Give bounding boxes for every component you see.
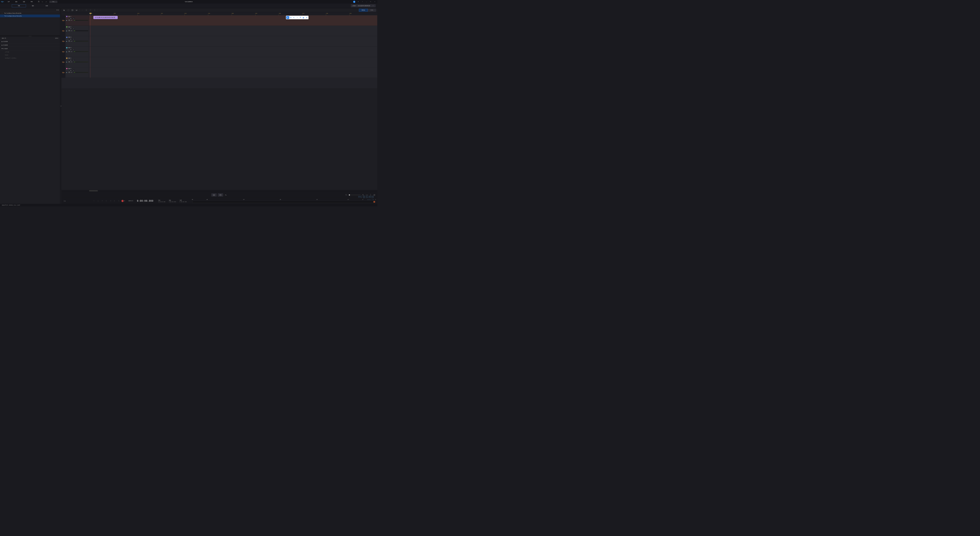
mode-edit[interactable]: 编辑 (26, 4, 40, 7)
play-icon[interactable]: ▷ (93, 200, 95, 202)
mute-button[interactable]: M (70, 59, 72, 61)
mute-button[interactable]: M (70, 17, 72, 19)
track-edit-icon[interactable]: ✎ (66, 28, 68, 30)
import-button[interactable] (211, 193, 217, 196)
track-edit-icon[interactable]: ✎ (66, 17, 68, 19)
track-color-chip[interactable] (66, 57, 67, 59)
record-icon[interactable] (121, 200, 124, 202)
paste-icon[interactable] (89, 9, 92, 11)
track-thumb[interactable] (62, 15, 65, 25)
float-grid-icon[interactable]: ▦ (302, 16, 305, 19)
solo-button[interactable]: S (73, 38, 75, 40)
mute-button[interactable]: M (70, 28, 72, 30)
pan-knob[interactable] (68, 61, 70, 63)
cursor-tool-icon[interactable] (63, 9, 65, 11)
undo-icon[interactable] (41, 0, 44, 3)
snap-icon[interactable]: ▾ (75, 9, 78, 11)
track-name[interactable]: 轨道 2 (68, 26, 71, 27)
track-edit-icon[interactable]: ✎ (66, 38, 68, 40)
track-color-chip[interactable] (66, 68, 67, 69)
menu-edit[interactable]: 编辑 (13, 0, 20, 3)
track-lane[interactable] (89, 36, 377, 46)
track-lane[interactable] (89, 46, 377, 57)
welcome-close-icon[interactable]: ✕ (372, 5, 374, 6)
track-thumb[interactable] (62, 67, 65, 78)
tool-sub-equalizer[interactable]: 均衡器 (0, 54, 60, 57)
help-icon[interactable]: ? (361, 0, 363, 3)
timeline-ruler[interactable]: 0:000:050:100:150:200:250:300:350:400:45… (89, 12, 377, 15)
add-track-icon[interactable]: ▾ (71, 9, 74, 11)
minimize-icon[interactable]: — (365, 0, 368, 3)
go-end-icon[interactable]: ▷| (118, 200, 120, 202)
mute-button[interactable]: M (70, 70, 72, 72)
selection-tool-icon[interactable] (67, 9, 70, 11)
solo-button[interactable]: S (73, 49, 75, 51)
account-icon[interactable]: ● (353, 1, 355, 3)
tool-section-edit-audio[interactable]: 编辑音频 (0, 40, 60, 43)
settings-icon[interactable]: ⚙ (357, 0, 360, 3)
prev-icon[interactable]: ◁| (109, 200, 112, 202)
maximize-icon[interactable]: ❐ (369, 0, 372, 3)
track-name[interactable]: 轨道 1 (68, 16, 71, 17)
tool-section-restore-audio[interactable]: 恢复音频 (0, 43, 60, 47)
float-wand-icon[interactable]: ✦₊ (293, 16, 296, 19)
track-lane[interactable] (89, 26, 377, 36)
float-center-icon[interactable]: ⊕ (290, 16, 293, 19)
zoom-in-icon[interactable] (362, 194, 364, 196)
track-name[interactable]: 轨道 5 (68, 57, 71, 59)
track-row[interactable]: 轨道 1 ✎ ▾ M S 🔈 0.0 您可以随时单击此处检查录音设备设置。 (62, 15, 377, 26)
beats-tab[interactable]: 节/拍 (368, 9, 376, 11)
zoom-slider[interactable] (349, 195, 361, 195)
menu-view[interactable]: 查看 (20, 0, 28, 3)
stop-icon[interactable]: □ (97, 200, 100, 202)
horizontal-scrollbar[interactable] (89, 190, 377, 192)
pan-knob[interactable] (68, 30, 70, 32)
solo-button[interactable]: S (73, 28, 75, 30)
track-thumb[interactable] (62, 57, 65, 67)
track-name[interactable]: 轨道 6 (68, 68, 71, 69)
track-row[interactable]: 轨道 2 ✎ ▾ M S 🔈 0.0 (62, 26, 377, 36)
speaker-icon[interactable]: 🔈 (66, 30, 67, 32)
zoom-fit-all-icon[interactable] (373, 194, 375, 196)
export-button[interactable]: 导出 (49, 1, 57, 3)
track-edit-icon[interactable]: ✎ (66, 59, 68, 61)
track-thumb[interactable] (62, 26, 65, 36)
track-row[interactable]: 轨道 4 ✎ ▾ M S 🔈 0.0 (62, 46, 377, 57)
track-color-chip[interactable] (66, 47, 67, 48)
menu-help[interactable]: 帮助 (28, 0, 35, 3)
tool-sub-vocal-remove[interactable]: 人声消除 (0, 51, 60, 54)
sort-button[interactable]: A↑ ▾ (57, 9, 59, 11)
hint-tooltip[interactable]: 您可以随时单击此处检查录音设备设置。 (94, 16, 118, 19)
mute-button[interactable]: M (70, 38, 72, 40)
track-edit-icon[interactable]: ✎ (66, 70, 68, 71)
redo-icon[interactable] (45, 0, 47, 3)
solo-button[interactable]: S (73, 70, 75, 72)
playback-speed[interactable]: 1.0x (63, 200, 91, 202)
mode-record[interactable]: 录制 (12, 4, 26, 7)
speaker-icon[interactable]: 🔈 (66, 41, 67, 42)
track-lane[interactable] (89, 57, 377, 67)
track-name[interactable]: 轨道 3 (68, 37, 71, 38)
timecode-display[interactable]: 0:00:00.000 (137, 200, 154, 202)
zoom-out-icon[interactable] (345, 194, 347, 196)
float-home-icon[interactable]: ⌂ (296, 16, 299, 19)
file-item[interactable]: ♪ The Cure(Spiros Hamza Remix).flac (0, 12, 60, 14)
timecode-tab[interactable]: 时间码 (359, 9, 368, 11)
pan-knob[interactable] (68, 40, 70, 42)
cut-icon[interactable]: ✂ (81, 9, 84, 11)
sidebar-divider[interactable] (0, 35, 60, 37)
tool-sub-presets[interactable]: 我的预设/导入/清空预设 (0, 57, 60, 60)
pan-knob[interactable] (68, 72, 70, 73)
delete-icon[interactable] (93, 9, 96, 11)
float-gear-icon[interactable]: ⚙ (305, 16, 308, 19)
zoom-fit-v-icon[interactable] (369, 194, 372, 196)
track-color-chip[interactable] (66, 16, 67, 17)
mode-mix[interactable]: 混音 (40, 4, 54, 7)
welcome-link[interactable]: 在此查看所有的教程视频！ (358, 5, 371, 6)
copy-icon[interactable] (85, 9, 88, 11)
decoder-dropdown[interactable]: 编解码器▾ (127, 200, 135, 202)
file-item[interactable]: ♪ *The Cure(Spiros Hamza Remix).flac (0, 14, 60, 17)
track-row[interactable]: 轨道 6 ✎ ▾ M S 🔈 0.0 (62, 67, 377, 78)
close-icon[interactable]: ✕ (374, 0, 376, 3)
fade-icon[interactable] (99, 9, 102, 11)
